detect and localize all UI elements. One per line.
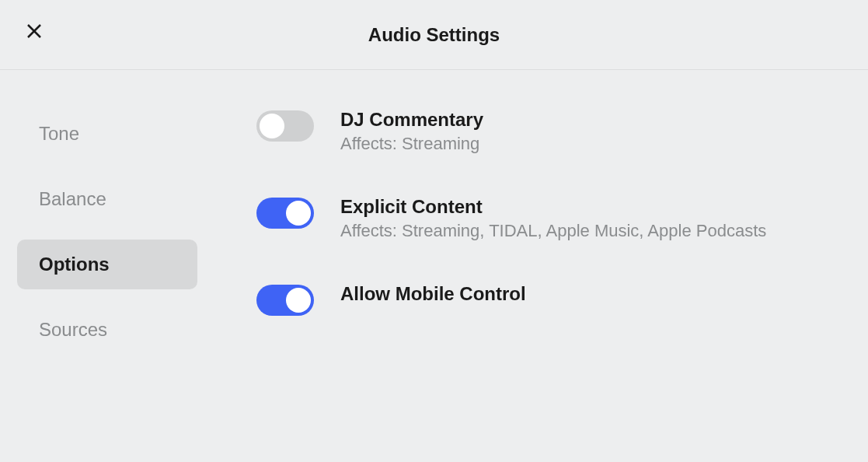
setting-row-explicit-content: Explicit Content Affects: Streaming, TID… (256, 196, 868, 241)
setting-label: Explicit Content (340, 196, 766, 218)
sidebar-item-options[interactable]: Options (17, 240, 197, 289)
setting-text: Explicit Content Affects: Streaming, TID… (340, 196, 766, 241)
setting-text: Allow Mobile Control (340, 283, 526, 305)
sidebar-item-sources[interactable]: Sources (17, 305, 197, 355)
toggle-knob (286, 201, 311, 226)
content: Tone Balance Options Sources DJ Commenta… (0, 70, 868, 355)
sidebar-item-label: Tone (39, 123, 79, 144)
setting-label: DJ Commentary (340, 109, 483, 131)
toggle-knob (286, 288, 311, 313)
sidebar-item-label: Sources (39, 319, 107, 340)
sidebar-item-label: Balance (39, 188, 106, 209)
toggle-knob (260, 114, 284, 138)
header: Audio Settings (0, 0, 868, 70)
sidebar-item-label: Options (39, 254, 110, 275)
setting-text: DJ Commentary Affects: Streaming (340, 109, 483, 154)
toggle-dj-commentary[interactable] (256, 110, 314, 142)
setting-sub: Affects: Streaming (340, 134, 483, 154)
setting-row-allow-mobile-control: Allow Mobile Control (256, 283, 868, 316)
setting-label: Allow Mobile Control (340, 283, 526, 305)
sidebar-item-balance[interactable]: Balance (17, 174, 197, 224)
setting-sub: Affects: Streaming, TIDAL, Apple Music, … (340, 221, 766, 241)
close-icon (25, 22, 44, 40)
setting-row-dj-commentary: DJ Commentary Affects: Streaming (256, 109, 868, 154)
main-panel: DJ Commentary Affects: Streaming Explici… (218, 109, 868, 355)
toggle-allow-mobile-control[interactable] (256, 285, 314, 316)
toggle-explicit-content[interactable] (256, 198, 314, 229)
close-button[interactable] (23, 20, 45, 42)
sidebar: Tone Balance Options Sources (0, 109, 218, 355)
page-title: Audio Settings (368, 24, 500, 46)
sidebar-item-tone[interactable]: Tone (17, 109, 197, 159)
